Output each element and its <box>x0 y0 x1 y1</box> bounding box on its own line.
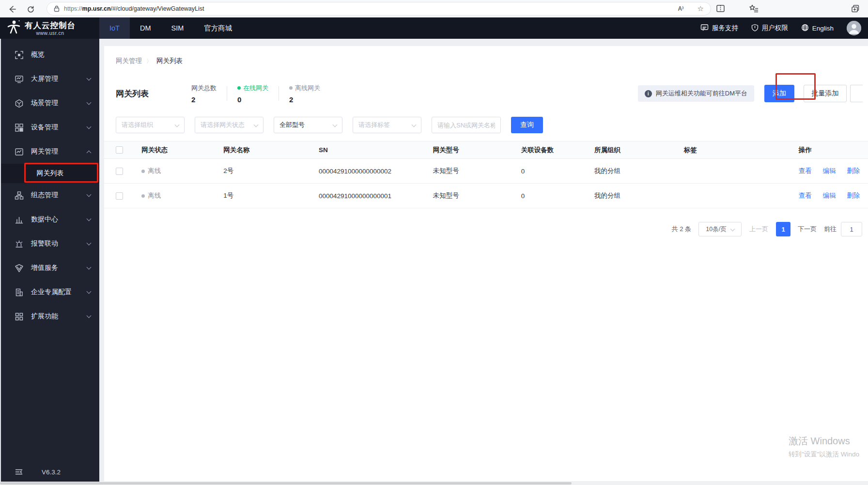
stat-offline: 离线网关 2 <box>289 84 320 104</box>
scrollbar-thumb[interactable] <box>0 482 572 485</box>
row-checkbox[interactable] <box>116 168 123 175</box>
user-avatar[interactable] <box>847 21 861 35</box>
tab-sim[interactable]: SIM <box>161 17 194 39</box>
sidebar-item-data-center[interactable]: 数据中心 <box>1 207 99 232</box>
list-toolbar: 网关列表 网关总数 2 在线网关 0 离线网关 2 <box>104 78 868 109</box>
read-aloud-icon[interactable]: A⁾ <box>678 5 683 12</box>
sidebar-subitem-gateway-list[interactable]: 网关列表 <box>1 164 99 183</box>
building-icon <box>15 288 24 297</box>
sidebar-item-overview[interactable]: 概览 <box>1 43 99 67</box>
stat-online: 在线网关 0 <box>237 84 268 104</box>
org-select[interactable]: 请选择组织 <box>116 117 185 133</box>
chevron-down-icon <box>412 122 417 127</box>
sn-search-input[interactable] <box>432 117 501 133</box>
sidebar: 概览 大屏管理 场景管理 设备管理 网关管理 <box>0 39 99 485</box>
page-size-select[interactable]: 10条/页 <box>698 222 742 236</box>
brand-subtitle: www.usr.cn <box>36 30 64 36</box>
page-number-1[interactable]: 1 <box>776 222 790 236</box>
sidebar-item-scene-management[interactable]: 场景管理 <box>1 91 99 115</box>
chevron-down-icon <box>87 241 92 246</box>
view-link[interactable]: 查看 <box>799 167 812 174</box>
main-content: 网关管理 〉 网关列表 网关列表 网关总数 2 在线网关 0 <box>99 39 868 485</box>
overview-icon <box>15 50 24 60</box>
browser-refresh-icon[interactable] <box>25 4 36 15</box>
breadcrumb-parent[interactable]: 网关管理 <box>116 57 142 65</box>
stat-total-value: 2 <box>191 95 217 104</box>
offline-dot-icon <box>141 170 145 173</box>
breadcrumb-current: 网关列表 <box>156 57 183 65</box>
user-permission-link[interactable]: 用户权限 <box>751 24 788 33</box>
chevron-up-icon <box>87 150 92 155</box>
sidebar-item-enterprise-config[interactable]: 企业专属配置 <box>1 280 99 304</box>
sidebar-item-extensions[interactable]: 扩展功能 <box>1 304 99 329</box>
tag-select[interactable]: 请选择标签 <box>353 117 421 133</box>
favorite-star-icon[interactable]: ☆ <box>698 4 704 13</box>
horizontal-scrollbar[interactable] <box>0 482 868 485</box>
sidebar-item-configuration-management[interactable]: 组态管理 <box>1 183 99 207</box>
device-grid-icon <box>15 123 24 132</box>
apps-grid-icon <box>15 312 24 321</box>
collapse-sidebar-icon[interactable] <box>15 468 23 476</box>
app-navbar: 有人云控制台 www.usr.cn IoT DM SIM 官方商城 服务支持 用… <box>0 17 868 39</box>
alarm-siren-icon <box>15 239 24 249</box>
collections-add-icon[interactable] <box>851 4 860 14</box>
bar-chart-icon <box>15 215 24 224</box>
brand-title: 有人云控制台 <box>25 21 76 30</box>
sidebar-item-alarm-linkage[interactable]: 报警联动 <box>1 232 99 256</box>
usr-person-logo-icon <box>6 19 21 37</box>
chevron-down-icon <box>87 217 92 221</box>
gateway-stats: 网关总数 2 在线网关 0 离线网关 2 <box>191 84 320 104</box>
table-row: 离线 1号 00004291000000000001 未知型号 0 我的分组 查… <box>104 184 868 208</box>
gateway-list-card: 网关管理 〉 网关列表 网关列表 网关总数 2 在线网关 0 <box>104 46 868 481</box>
lock-icon <box>54 5 60 12</box>
goto-page-input[interactable] <box>841 222 862 236</box>
brand-logo[interactable]: 有人云控制台 www.usr.cn <box>0 19 99 37</box>
gateway-org: 我的分组 <box>588 167 677 175</box>
delete-link[interactable]: 删除 <box>847 167 860 174</box>
dm-platform-banner: i 网关运维相关功能可前往DM平台 <box>638 85 754 102</box>
sidebar-item-device-management[interactable]: 设备管理 <box>1 115 99 140</box>
next-page-button[interactable]: 下一页 <box>798 225 817 234</box>
select-all-checkbox[interactable] <box>116 146 123 154</box>
prev-page-button[interactable]: 上一页 <box>749 225 768 234</box>
breadcrumb: 网关管理 〉 网关列表 <box>104 46 868 65</box>
gateway-status-select[interactable]: 请选择网关状态 <box>195 117 264 133</box>
tab-iot[interactable]: IoT <box>99 17 130 39</box>
divider <box>279 86 279 101</box>
sidebar-item-value-added-services[interactable]: 增值服务 <box>1 256 99 280</box>
chevron-down-icon <box>254 122 259 127</box>
edit-link[interactable]: 编辑 <box>822 192 836 199</box>
split-screen-icon[interactable] <box>716 4 725 13</box>
view-link[interactable]: 查看 <box>799 192 812 199</box>
model-select[interactable]: 全部型号 <box>274 117 342 133</box>
browser-back-icon[interactable] <box>7 4 17 15</box>
query-button[interactable]: 查询 <box>511 117 543 133</box>
delete-link[interactable]: 删除 <box>847 192 860 199</box>
address-bar[interactable]: https://mp.usr.cn/#/cloud/gateway/ViewGa… <box>46 2 711 16</box>
cutoff-button[interactable] <box>850 85 863 102</box>
chevron-down-icon <box>87 265 92 270</box>
gateway-name: 2号 <box>217 167 312 175</box>
sidebar-item-gateway-management[interactable]: 网关管理 <box>1 140 99 164</box>
badge-icon <box>15 264 24 273</box>
tab-dm[interactable]: DM <box>130 17 161 39</box>
batch-add-button[interactable]: 批量添加 <box>804 85 847 102</box>
language-switch[interactable]: English <box>801 24 834 33</box>
tab-official-store[interactable]: 官方商城 <box>194 17 242 39</box>
page: https://mp.usr.cn/#/cloud/gateway/ViewGa… <box>0 0 868 485</box>
chevron-down-icon <box>730 226 735 231</box>
edit-link[interactable]: 编辑 <box>822 167 836 174</box>
stat-offline-value: 2 <box>289 95 320 104</box>
gateway-org: 我的分组 <box>588 191 677 200</box>
sidebar-item-screen-management[interactable]: 大屏管理 <box>1 67 99 91</box>
version-label: V6.3.2 <box>42 469 61 476</box>
stat-online-value: 0 <box>237 95 268 104</box>
row-checkbox[interactable] <box>116 192 123 200</box>
scene-hexagon-icon <box>15 99 24 108</box>
service-support-link[interactable]: 服务支持 <box>700 24 738 33</box>
favorites-list-icon[interactable] <box>749 4 759 13</box>
chevron-down-icon <box>87 125 92 129</box>
add-gateway-button[interactable]: 添加 <box>764 85 794 102</box>
pagination: 共 2 条 10条/页 上一页 1 下一页 前往 <box>104 222 868 236</box>
gateway-table: 网关状态 网关名称 SN 网关型号 关联设备数 所属组织 标签 操作 离线 2号… <box>104 141 868 208</box>
